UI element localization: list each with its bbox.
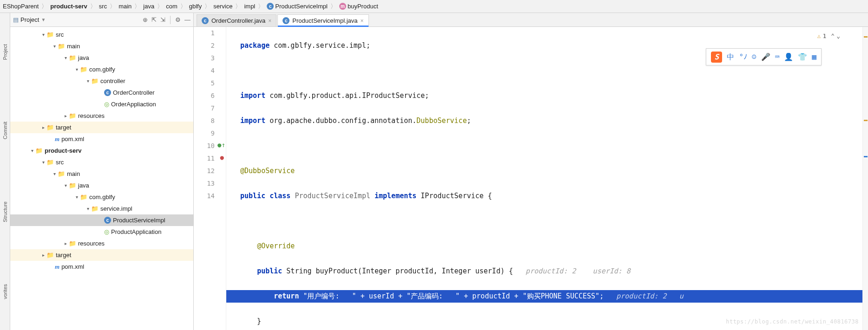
line-number[interactable]: 1	[194, 27, 215, 39]
kw-import: import	[240, 91, 265, 100]
tree-item[interactable]: ▾📁src	[10, 29, 193, 40]
gear-icon[interactable]: ⚙	[175, 16, 181, 23]
line-number[interactable]: 14	[194, 190, 215, 202]
inspection-badge[interactable]: ⚠ 1 ⌃ ⌄	[817, 30, 840, 42]
expand-icon[interactable]: ⇱	[151, 16, 157, 23]
breadcrumb-item[interactable]: com	[166, 3, 178, 10]
tree-item[interactable]: ▾📁service.impl	[10, 203, 193, 214]
ime-skin-icon[interactable]: 👕	[798, 51, 807, 63]
stripe-warning-mark[interactable]	[864, 120, 868, 121]
strip-project[interactable]: Project	[2, 44, 8, 60]
tree-item[interactable]: ▸📁resources	[10, 110, 193, 122]
line-number[interactable]: 10	[194, 140, 215, 152]
editor-tab[interactable]: cProductServiceImpl.java×	[277, 14, 368, 26]
tree-item[interactable]: ▾📁controller	[10, 75, 193, 87]
locate-icon[interactable]: ⊕	[143, 16, 148, 23]
tree-arrow-icon[interactable]: ▸	[40, 125, 46, 130]
tree-arrow-icon[interactable]: ▾	[51, 171, 58, 176]
iface-name: IProductService	[421, 192, 483, 200]
breadcrumb-item[interactable]: java	[143, 3, 154, 10]
tree-item[interactable]: ▸📁target	[10, 249, 193, 261]
stripe-warning-mark[interactable]	[864, 36, 868, 38]
strip-structure[interactable]: Structure	[2, 201, 8, 222]
tree-arrow-icon[interactable]: ▾	[62, 183, 69, 188]
tree-item[interactable]: ▾📁com.gblfy	[10, 191, 193, 203]
tree-item[interactable]: ▾📁java	[10, 52, 193, 64]
line-number[interactable]: 11	[194, 152, 215, 165]
chevron-down-icon[interactable]: ▼	[41, 17, 46, 22]
tree-arrow-icon[interactable]: ▾	[73, 67, 80, 72]
tree-item[interactable]: ▾📁src	[10, 156, 193, 168]
ime-mic-icon[interactable]: 🎤	[761, 51, 770, 63]
ime-grid-icon[interactable]: ▦	[812, 51, 816, 63]
tree-arrow-icon[interactable]: ▸	[62, 241, 69, 246]
line-number[interactable]: 12	[194, 165, 215, 177]
tree-arrow-icon[interactable]: ▾	[85, 206, 91, 211]
breadcrumb-item[interactable]: product-serv	[50, 3, 87, 10]
editor-tab[interactable]: cOrderController.java×	[197, 14, 276, 26]
tree-arrow-icon[interactable]: ▾	[51, 44, 58, 49]
tree-item[interactable]: mpom.xml	[10, 261, 193, 272]
breadcrumb-item[interactable]: service	[213, 3, 232, 10]
ime-punct-icon[interactable]: °ﾉ	[739, 51, 747, 63]
stripe-caret-mark[interactable]	[864, 156, 868, 157]
tree-item[interactable]: ◎ProductApplication	[10, 226, 193, 238]
line-number[interactable]: 8	[194, 115, 215, 127]
breadcrumb-item[interactable]: impl	[244, 3, 255, 10]
line-number[interactable]: 6	[194, 90, 215, 102]
ime-face-icon[interactable]: ☺	[752, 51, 756, 63]
error-stripe[interactable]	[862, 27, 868, 330]
tree-item[interactable]: ▸📁target	[10, 122, 193, 133]
tree-label: resources	[78, 240, 105, 247]
tree-item[interactable]: ▾📁main	[10, 168, 193, 180]
strip-commit[interactable]: Commit	[2, 122, 8, 139]
collapse-icon[interactable]: ⇲	[160, 16, 165, 23]
breadcrumb-item[interactable]: main	[118, 3, 132, 10]
line-number[interactable]: 4	[194, 65, 215, 77]
tree-arrow-icon[interactable]: ▾	[62, 55, 69, 60]
hide-icon[interactable]: —	[184, 16, 191, 23]
strip-favorites[interactable]: vorites	[2, 284, 8, 299]
ime-zh[interactable]: 中	[727, 51, 734, 63]
ime-person-icon[interactable]: 👤	[784, 51, 793, 63]
breadcrumb-item[interactable]: gblfy	[189, 3, 202, 10]
tree-arrow-icon[interactable]: ▸	[62, 113, 69, 118]
breadcrumb-item[interactable]: mbuyProduct	[339, 3, 378, 10]
line-number[interactable]: 3	[194, 52, 215, 65]
tree-item[interactable]: mpom.xml	[10, 133, 193, 145]
close-icon[interactable]: ×	[361, 18, 364, 24]
tree-item[interactable]: cOrderController	[10, 87, 193, 98]
tree-arrow-icon[interactable]: ▾	[40, 160, 46, 165]
breakpoint-icon[interactable]: ●	[217, 154, 224, 160]
project-tree[interactable]: ▾📁src▾📁main▾📁java▾📁com.gblfy▾📁controller…	[10, 27, 193, 330]
tree-item[interactable]: cProductServiceImpl	[10, 214, 193, 226]
tree-arrow-icon[interactable]: ▸	[40, 252, 46, 258]
breadcrumb-item[interactable]: cProductServiceImpl	[267, 3, 328, 10]
tree-arrow-icon[interactable]: ▾	[73, 194, 80, 200]
tree-item[interactable]: ▾📁com.gblfy	[10, 64, 193, 75]
breadcrumb-item[interactable]: EShopParent	[3, 3, 39, 10]
breadcrumb-item[interactable]: src	[99, 3, 107, 10]
code-area[interactable]: package com.gblfy.service.impl; import c…	[226, 27, 868, 330]
tree-item[interactable]: ▾📁java	[10, 180, 193, 191]
l11-end: ;	[599, 292, 616, 300]
tree-item[interactable]: ◎OrderAppliaction	[10, 98, 193, 110]
line-number[interactable]: 5	[194, 77, 215, 90]
tree-item[interactable]: ▾📁product-serv	[10, 145, 193, 156]
tree-arrow-icon[interactable]: ▾	[29, 148, 35, 153]
chevron-up-icon[interactable]: ⌃	[831, 30, 835, 42]
line-number[interactable]: 9	[194, 127, 215, 140]
ime-toolbar[interactable]: S 中 °ﾉ ☺ 🎤 ⌨ 👤 👕 ▦	[706, 48, 822, 65]
chevron-down-icon[interactable]: ⌄	[836, 30, 840, 42]
override-up-icon[interactable]: ●↑	[217, 141, 224, 148]
ime-keyboard-icon[interactable]: ⌨	[775, 51, 780, 63]
tree-arrow-icon[interactable]: ▾	[40, 32, 46, 37]
tree-item[interactable]: ▸📁resources	[10, 238, 193, 249]
line-number[interactable]: 13	[194, 177, 215, 190]
project-title[interactable]: Project	[20, 16, 39, 23]
close-icon[interactable]: ×	[268, 18, 271, 24]
tree-item[interactable]: ▾📁main	[10, 40, 193, 52]
tree-arrow-icon[interactable]: ▾	[85, 78, 91, 84]
line-number[interactable]: 7	[194, 102, 215, 115]
line-number[interactable]: 2	[194, 39, 215, 52]
